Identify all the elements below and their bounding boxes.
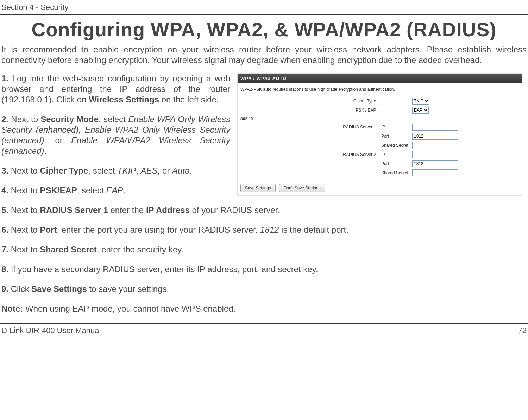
step-bold: RADIUS Server 1: [40, 205, 108, 215]
step-italic: TKIP: [117, 166, 136, 175]
step-num: 7.: [1, 245, 8, 254]
page-title: Configuring WPA, WPA2, & WPA/WPA2 (RADIU…: [0, 18, 528, 41]
step-text: , enter the port you are using for your …: [57, 225, 260, 234]
step-4: 4. Next to PSK/EAP, select EAP.: [1, 185, 230, 196]
step-1: 1. Log into the web-based configuration …: [1, 73, 230, 105]
step-bold: Wireless Settings: [89, 95, 159, 104]
dont-save-settings-button[interactable]: Don't Save Settings: [279, 184, 325, 192]
step-text: Click: [8, 284, 31, 294]
radius1-port-input[interactable]: [412, 133, 458, 140]
radius2-secret-input[interactable]: [412, 169, 458, 176]
step-bold: PSK/EAP: [40, 186, 77, 195]
step-text: .: [44, 146, 46, 156]
step-6: 6. Next to Port, enter the port you are …: [1, 225, 527, 235]
panel-description: WPA2-PSK auto requires stations to use h…: [238, 83, 522, 97]
step-bold: Save Settings: [31, 284, 87, 294]
secret-label: Shared Secret: [381, 143, 412, 148]
cipher-type-select[interactable]: TKIP: [412, 98, 429, 105]
ip-label: IP: [381, 152, 412, 157]
step-8: 8. If you have a secondary RADIUS server…: [1, 264, 527, 275]
section-header: Section 4 - Security: [0, 0, 528, 15]
step-text: , enter the security key.: [97, 245, 183, 254]
step-num: 1.: [1, 74, 8, 83]
step-num: 4.: [1, 186, 8, 195]
step-num: 8.: [1, 264, 8, 274]
step-text: Next to: [8, 114, 40, 124]
step-text: to save your settings.: [87, 284, 169, 294]
save-settings-button[interactable]: Save Settings: [240, 184, 276, 192]
radius2-port-input[interactable]: [412, 160, 458, 167]
radius2-label: RADIUS Server 2 :: [240, 152, 381, 157]
step-bold: Shared Secret: [40, 245, 96, 254]
step-9: 9. Click Save Settings to save your sett…: [1, 284, 527, 294]
note: Note: When using EAP mode, you cannot ha…: [1, 303, 527, 314]
step-num: 2.: [1, 114, 8, 124]
step-text: is the default port.: [279, 225, 348, 234]
step-italic: 1812: [260, 225, 279, 234]
step-italic: Auto: [172, 166, 189, 175]
step-text: Next to: [8, 225, 40, 234]
footer-manual-title: D-Link DIR-400 User Manual: [1, 326, 101, 335]
psk-eap-select[interactable]: EAP: [412, 107, 429, 114]
port-label: Port: [381, 161, 412, 166]
step-num: 9.: [1, 284, 8, 294]
step-text: ,: [136, 166, 140, 175]
radius2-ip-input[interactable]: [412, 151, 458, 158]
step-text: .: [123, 186, 126, 195]
step-num: 5.: [1, 205, 8, 215]
step-text: Next to: [8, 186, 40, 195]
step-text: , or: [158, 166, 172, 175]
router-screenshot: WPA / WPA2 AUTO : WPA2-PSK auto requires…: [237, 73, 522, 196]
step-bold: Security Mode: [40, 114, 99, 124]
step-italic: AES: [141, 166, 158, 175]
step-bold: Port: [40, 225, 57, 234]
step-3: 3. Next to Cipher Type, select TKIP, AES…: [1, 165, 230, 176]
intro-paragraph: It is recommended to enable encryption o…: [0, 44, 528, 65]
step-num: 3.: [1, 166, 8, 175]
step-bold: IP Address: [146, 205, 190, 215]
ip-label: IP: [381, 125, 412, 130]
step-text: , select: [88, 166, 117, 175]
step-text: of your RADIUS server.: [190, 205, 280, 215]
step-text: , select: [99, 114, 128, 124]
step-text: , select: [77, 186, 106, 195]
step-5: 5. Next to RADIUS Server 1 enter the IP …: [1, 205, 527, 215]
port-label: Port: [381, 134, 412, 139]
step-italic: EAP: [106, 186, 123, 195]
note-label: Note:: [1, 304, 23, 313]
step-text: Next to: [8, 166, 40, 175]
step-num: 6.: [1, 225, 8, 234]
step-text: enter the: [108, 205, 146, 215]
section-8021x-label: 802.1X: [240, 115, 519, 123]
step-text: Next to: [8, 245, 40, 254]
radius1-secret-input[interactable]: [412, 142, 458, 149]
psk-eap-label: PSK / EAP :: [240, 108, 381, 113]
step-text: or: [55, 136, 71, 145]
step-text: Next to: [8, 205, 40, 215]
cipher-type-label: Cipher Type :: [240, 99, 381, 104]
radius1-label: RADIUS Server 1 :: [240, 125, 381, 130]
note-text: When using EAP mode, you cannot have WPS…: [23, 304, 235, 313]
step-text: If you have a secondary RADIUS server, e…: [8, 264, 318, 274]
page-number: 72: [518, 326, 527, 335]
secret-label: Shared Secret: [381, 170, 412, 175]
step-text: .: [189, 166, 192, 175]
step-7: 7. Next to Shared Secret, enter the secu…: [1, 244, 527, 255]
step-2: 2. Next to Security Mode, select Enable …: [1, 114, 230, 156]
step-text: on the left side.: [159, 95, 219, 104]
panel-header: WPA / WPA2 AUTO :: [238, 74, 522, 83]
radius1-ip-input[interactable]: [412, 124, 458, 131]
step-bold: Cipher Type: [40, 166, 88, 175]
